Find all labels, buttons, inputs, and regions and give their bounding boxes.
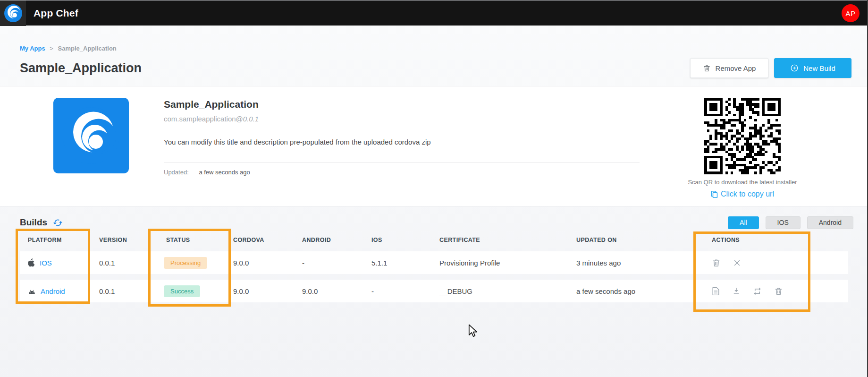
remove-app-label: Remove App [716,64,756,72]
status-cell: Processing [158,257,225,269]
apple-icon [28,258,35,267]
divider [164,162,640,163]
col-version: VERSION [91,237,158,243]
wave-logo-icon [4,4,22,22]
android-cell: 9.0.0 [294,287,363,295]
breadcrumb-my-apps[interactable]: My Apps [20,45,45,52]
top-app-bar: App Chef AP [0,0,867,26]
builds-title: Builds [20,217,47,228]
qr-code [704,98,781,174]
mouse-cursor [468,324,478,340]
build-logs-icon[interactable] [712,287,720,296]
certificate-cell: __DEBUG [431,287,568,295]
new-build-label: New Build [803,64,835,72]
app-title: App Chef [34,8,78,19]
status-badge: Processing [164,257,207,269]
app-icon [53,98,129,173]
updated-on-cell: 3 minutes ago [568,259,704,267]
app-detail-card: Sample_Application com.sampleapplication… [0,86,867,206]
android-cell: - [294,259,363,267]
builds-table: PLATFORM VERSION STATUS CORDOVA ANDROID … [20,229,848,308]
filter-all-button[interactable]: All [728,216,759,229]
actions-cell [704,258,848,267]
platform-link-android[interactable]: Android [41,287,65,295]
updated-label: Updated: [164,169,189,176]
remove-app-button[interactable]: Remove App [690,58,768,78]
col-ios: IOS [363,237,431,243]
copy-url-link[interactable]: Click to copy url [681,190,804,198]
delete-build-icon[interactable] [774,287,783,296]
app-name: Sample_Application [164,99,640,110]
version-cell: 0.0.1 [91,287,158,295]
breadcrumb-current: Sample_Application [58,45,117,52]
certificate-cell: Provisioning Profile [431,259,568,267]
ios-cell: 5.1.1 [363,259,431,267]
plus-circle-icon [790,64,799,72]
col-platform: PLATFORM [20,237,91,243]
col-updated-on: UPDATED ON [568,237,704,243]
bundle-version: 0.0.1 [243,115,259,123]
col-actions: ACTIONS [704,237,848,243]
updated-row: Updated: a few seconds ago [164,169,640,176]
table-row-android: Android 0.0.1 Success 9.0.0 9.0.0 - __DE… [20,280,848,302]
rebuild-icon[interactable] [753,287,762,296]
col-cordova: CORDOVA [225,237,294,243]
wave-logo-icon [63,107,119,164]
user-avatar[interactable]: AP [842,4,860,22]
breadcrumb-separator: > [50,45,53,52]
filter-android-button[interactable]: Android [807,216,853,229]
platform-filter-group: All IOS Android [728,216,853,229]
app-description: You can modify this title and descriptio… [164,138,640,146]
android-icon [28,287,36,295]
updated-on-cell: a few seconds ago [568,287,704,295]
qr-block: Scan QR to download the latest installer… [681,98,804,198]
table-row-ios: IOS 0.0.1 Processing 9.0.0 - 5.1.1 Provi… [20,251,848,274]
trash-icon [703,64,711,72]
status-cell: Success [158,285,225,297]
app-logo[interactable] [0,0,26,26]
platform-cell: Android [20,287,91,295]
actions-cell [704,287,848,296]
col-android: ANDROID [294,237,363,243]
bundle-id: com.sampleapplication@0.0.1 [164,115,640,123]
cancel-build-icon[interactable] [733,259,741,267]
status-badge: Success [164,285,200,297]
cordova-cell: 9.0.0 [225,287,294,295]
builds-bar: Builds All IOS Android [20,215,853,230]
version-cell: 0.0.1 [91,259,158,267]
copy-icon [711,190,718,198]
refresh-icon[interactable] [53,218,63,228]
table-header-row: PLATFORM VERSION STATUS CORDOVA ANDROID … [20,229,848,251]
ios-cell: - [363,287,431,295]
col-certificate: CERTIFICATE [431,237,568,243]
delete-build-icon[interactable] [712,258,721,267]
qr-caption: Scan QR to download the latest installer [681,179,804,186]
page-title: Sample_Application [20,61,142,76]
updated-value: a few seconds ago [199,169,250,176]
breadcrumb: My Apps > Sample_Application [20,45,117,52]
page-header: Sample_Application Remove App New Build [20,58,851,78]
col-status: STATUS [158,237,225,243]
new-build-button[interactable]: New Build [774,58,851,78]
filter-ios-button[interactable]: IOS [766,216,801,229]
platform-link-ios[interactable]: IOS [40,259,52,267]
download-build-icon[interactable] [732,287,741,295]
platform-cell: IOS [20,258,91,267]
cordova-cell: 9.0.0 [225,259,294,267]
